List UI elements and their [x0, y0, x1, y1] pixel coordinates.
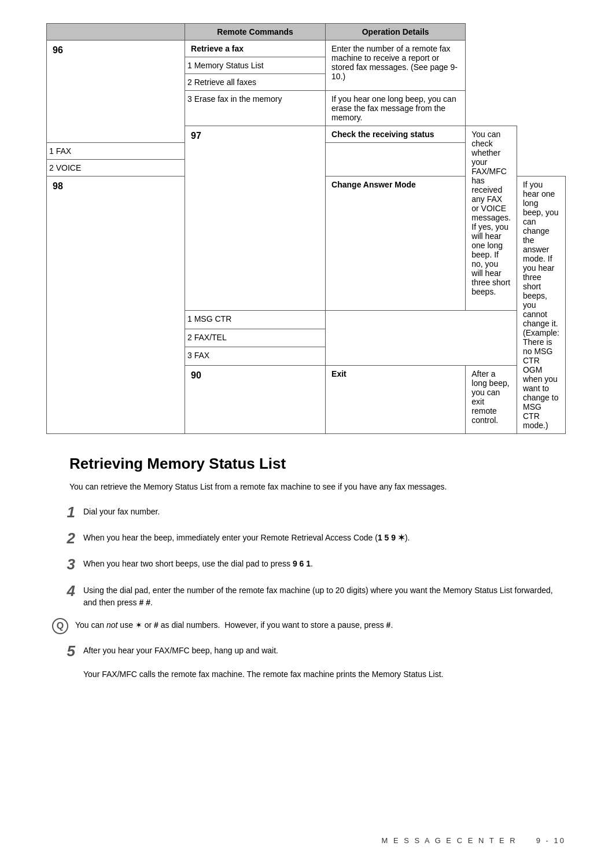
step-list: 1 Dial your fax number. 2 When you hear … [46, 503, 566, 681]
row-sub-command: 2 FAX/TEL [185, 329, 326, 347]
page-footer: M E S S A G E C E N T E R 9 - 10 [382, 836, 566, 845]
row-code: 90 [185, 365, 326, 433]
step-item: 1 Dial your fax number. [46, 503, 566, 521]
row-detail2: If you hear one long beep, you can erase… [326, 91, 466, 126]
step-number: 3 [46, 556, 75, 573]
row-sub-command: 1 MSG CTR [185, 311, 326, 329]
table-empty-header [47, 24, 185, 41]
row-command: Retrieve a fax [185, 41, 326, 57]
step5-subtext: Your FAX/MFC calls the remote fax machin… [46, 668, 566, 681]
col1-header: Remote Commands [185, 24, 326, 41]
step5-sub-paragraph: Your FAX/MFC calls the remote fax machin… [83, 668, 566, 681]
col2-header: Operation Details [326, 24, 466, 41]
step-text: Dial your fax number. [83, 503, 566, 518]
note-item: Q You can not use ✶ or # as dial numbers… [46, 617, 566, 634]
row-sub-command: 2 Retrieve all faxes [185, 74, 326, 91]
row-detail: If you hear one long beep, you can chang… [517, 176, 565, 434]
row-command: Change Answer Mode [326, 176, 466, 311]
note-icon: Q [52, 618, 68, 634]
step-number: 1 [46, 503, 75, 521]
footer-text: M E S S A G E C E N T E R [382, 836, 517, 845]
row-sub-command: 3 Erase fax in the memory [185, 91, 326, 126]
row-command: Check the receiving status [326, 126, 466, 143]
step-number: 5 [46, 642, 75, 660]
note-text: You can not use ✶ or # as dial numbers. … [75, 617, 393, 631]
row-code: 96 [47, 41, 185, 143]
step-item: 4 Using the dial pad, enter the number o… [46, 582, 566, 609]
row-command: Exit [326, 365, 466, 433]
step-text: Using the dial pad, enter the number of … [83, 582, 566, 609]
step-item: 3 When you hear two short beeps, use the… [46, 556, 566, 573]
footer-page: 9 - 10 [536, 836, 566, 845]
row-sub-command: 3 FAX [185, 347, 326, 365]
row-detail: Enter the number of a remote fax machine… [326, 41, 466, 91]
step-text: After you hear your FAX/MFC beep, hang u… [83, 642, 566, 657]
section-intro: You can retrieve the Memory Status List … [69, 481, 566, 493]
row-detail: You can check whether your FAX/MFC has r… [466, 126, 517, 311]
step-number: 2 [46, 529, 75, 547]
row-sub-command: 1 Memory Status List [185, 57, 326, 74]
row-sub-command: 1 FAX [47, 143, 185, 160]
step-number: 4 [46, 582, 75, 600]
row-code: 97 [185, 126, 326, 311]
row-sub-command: 2 VOICE [47, 160, 185, 176]
step-text: When you hear two short beeps, use the d… [83, 556, 566, 570]
step-item: 2 When you hear the beep, immediately en… [46, 529, 566, 547]
table-row: 96 Retrieve a fax Enter the number of a … [47, 41, 566, 57]
row-code: 98 [47, 176, 185, 434]
step-item: 5 After you hear your FAX/MFC beep, hang… [46, 642, 566, 660]
row-detail: After a long beep, you can exit remote c… [466, 365, 517, 433]
step-text: When you hear the beep, immediately ente… [83, 529, 566, 544]
section-heading: Retrieving Memory Status List [69, 455, 566, 473]
remote-commands-table: Remote Commands Operation Details 96 Ret… [46, 23, 566, 434]
